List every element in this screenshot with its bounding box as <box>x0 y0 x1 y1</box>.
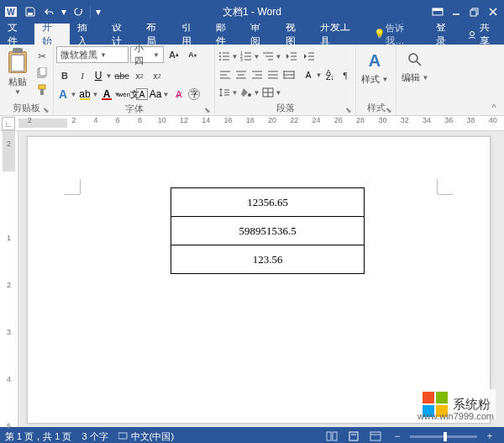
tab-selector-icon[interactable]: ∟ <box>2 117 15 130</box>
styles-launcher-icon[interactable]: ⬊ <box>385 106 393 114</box>
tab-mailings[interactable]: 邮件 <box>208 24 243 45</box>
multilevel-list-button[interactable]: ▼ <box>261 49 282 64</box>
font-launcher-icon[interactable]: ⬊ <box>203 106 212 114</box>
styles-button[interactable]: A 样式▼ <box>359 46 391 102</box>
language-status[interactable]: 中文(中国) <box>118 430 174 443</box>
minimize-icon[interactable] <box>447 3 465 21</box>
web-layout-icon[interactable] <box>366 429 385 443</box>
borders-button[interactable]: ▼ <box>261 85 282 100</box>
tab-file[interactable]: 文件 <box>0 24 34 45</box>
page-count[interactable]: 第 1 页，共 1 页 <box>5 430 71 443</box>
enclose-char-button[interactable]: 字 <box>188 88 200 100</box>
chevron-down-icon: ▼ <box>105 68 113 83</box>
word-count[interactable]: 3 个字 <box>81 430 108 443</box>
zoom-in-icon[interactable]: + <box>480 429 499 443</box>
table-cell[interactable]: 12356.65 <box>171 188 365 217</box>
undo-icon[interactable] <box>40 3 59 21</box>
styles-label-text: 样式 <box>361 73 380 86</box>
restore-icon[interactable] <box>465 3 484 21</box>
zoom-out-icon[interactable]: − <box>388 429 407 443</box>
tab-references[interactable]: 引用 <box>174 24 208 45</box>
collapse-ribbon-icon[interactable]: ^ <box>487 102 501 113</box>
align-center-icon[interactable] <box>234 66 249 83</box>
ruler-mark: 20 <box>261 116 283 130</box>
cut-icon[interactable]: ✂ <box>34 49 50 64</box>
svg-rect-8 <box>470 10 476 16</box>
align-justify-icon[interactable] <box>265 66 281 83</box>
tab-home[interactable]: 开始 <box>34 24 69 45</box>
copy-icon[interactable] <box>34 66 50 81</box>
shrink-font-icon[interactable]: A▾ <box>184 46 201 63</box>
font-group-label: 字体 <box>125 103 144 113</box>
close-icon[interactable] <box>484 3 502 21</box>
ribbon-display-options-icon[interactable] <box>428 3 447 21</box>
subscript-icon[interactable]: x2 <box>131 67 148 84</box>
horizontal-ruler[interactable]: ∟ 2246810121416182022242628303234363840 <box>0 116 504 131</box>
ruler-mark: 32 <box>394 116 416 130</box>
word-app-icon: W <box>2 3 20 21</box>
tab-developer[interactable]: 开发工具 <box>312 24 367 45</box>
grow-font-icon[interactable]: A▴ <box>165 46 182 63</box>
bullets-button[interactable]: ▼ <box>218 49 239 64</box>
tab-insert[interactable]: 插入 <box>70 24 104 45</box>
text-effects-button[interactable]: A▼ <box>56 87 77 102</box>
paste-button[interactable]: 粘贴 ▼ <box>3 46 33 102</box>
print-layout-icon[interactable] <box>344 429 363 443</box>
decrease-indent-icon[interactable] <box>283 48 300 65</box>
format-painter-icon[interactable] <box>34 82 50 98</box>
undo-dropdown[interactable]: ▾ <box>60 3 68 21</box>
bold-icon[interactable]: B <box>56 67 73 84</box>
tab-view[interactable]: 视图 <box>278 24 312 45</box>
paste-dropdown-icon[interactable]: ▼ <box>14 88 21 96</box>
share-icon <box>467 29 477 40</box>
show-marks-icon[interactable]: ¶ <box>338 66 353 83</box>
editing-button[interactable]: 编辑▼ <box>399 46 431 102</box>
table-cell[interactable]: 123.56 <box>171 245 365 274</box>
svg-point-60 <box>409 54 417 62</box>
increase-indent-icon[interactable] <box>301 48 318 65</box>
chevron-down-icon: ▼ <box>275 85 282 100</box>
page[interactable]: 12356.65 598951536.5 123.56 <box>27 136 491 424</box>
document-table[interactable]: 12356.65 598951536.5 123.56 <box>171 187 365 274</box>
login-link[interactable]: 登录 <box>429 24 462 45</box>
phonetic-guide-button[interactable]: wén文 <box>122 87 135 102</box>
align-left-icon[interactable] <box>218 66 233 83</box>
italic-icon[interactable]: I <box>74 67 91 84</box>
char-border-button[interactable]: A <box>136 88 148 100</box>
change-case-button[interactable]: Aa▼ <box>149 87 170 102</box>
underline-button[interactable]: U▼ <box>92 68 113 83</box>
status-bar: 第 1 页，共 1 页 3 个字 中文(中国) − + <box>0 427 504 443</box>
ruler-mark: 18 <box>239 116 261 130</box>
numbering-button[interactable]: 123▼ <box>239 49 260 64</box>
redo-icon[interactable] <box>69 3 87 21</box>
strikethrough-icon[interactable]: abc <box>113 67 130 84</box>
superscript-icon[interactable]: x2 <box>149 67 165 84</box>
paragraph-launcher-icon[interactable]: ⬊ <box>344 106 353 114</box>
font-name-selector[interactable]: 微软雅黑▼ <box>56 46 129 63</box>
read-mode-icon[interactable] <box>323 429 341 443</box>
shading-button[interactable]: ▼ <box>239 85 260 100</box>
clipboard-group-label: 剪贴板 <box>13 103 40 113</box>
share-button[interactable]: 共享 <box>462 24 504 45</box>
save-icon[interactable] <box>21 3 39 21</box>
table-cell[interactable]: 598951536.5 <box>171 217 365 245</box>
sort-button[interactable]: AZ↓ <box>323 67 337 82</box>
vertical-ruler[interactable]: 212345 <box>0 131 18 427</box>
qat-customize-icon[interactable]: ▾ <box>93 3 103 21</box>
align-right-icon[interactable] <box>249 66 265 83</box>
ribbon: 粘贴 ▼ ✂ 剪贴板⬊ 微软雅黑▼ 小四▼ A▴ A▾ <box>0 45 504 116</box>
font-size-selector[interactable]: 小四▼ <box>130 46 164 63</box>
align-distributed-icon[interactable] <box>281 66 297 83</box>
zoom-slider[interactable] <box>410 435 477 438</box>
document-area[interactable]: 12356.65 598951536.5 123.56 <box>18 131 504 427</box>
highlight-button[interactable]: ab▼ <box>78 87 99 102</box>
tell-me[interactable]: 💡 告诉我… <box>366 24 428 45</box>
clear-formatting-icon[interactable]: A̷ <box>171 86 187 103</box>
ruler-mark <box>40 116 62 130</box>
chevron-down-icon: ▼ <box>92 87 99 102</box>
clipboard-launcher-icon[interactable]: ⬊ <box>42 106 50 114</box>
line-spacing-button[interactable]: ▼ <box>218 85 239 100</box>
text-direction-button[interactable]: A▼ <box>302 67 323 82</box>
tab-review[interactable]: 审阅 <box>243 24 277 45</box>
chevron-down-icon: ▼ <box>162 87 170 102</box>
